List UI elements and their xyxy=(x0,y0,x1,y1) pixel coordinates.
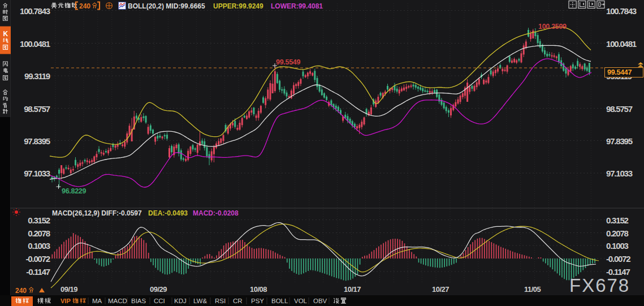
svg-text:BIAS: BIAS xyxy=(131,298,146,304)
svg-text:240: 240 xyxy=(79,2,90,10)
svg-text:UPPER:99.9249: UPPER:99.9249 xyxy=(213,2,263,10)
svg-text:MACD:-0.0208: MACD:-0.0208 xyxy=(193,209,239,217)
svg-text:CR: CR xyxy=(233,298,243,304)
svg-text:MACD(26,12,9) DIFF:-0.0597: MACD(26,12,9) DIFF:-0.0597 xyxy=(52,209,142,217)
svg-text:OBV: OBV xyxy=(313,298,327,304)
svg-text:BOLL: BOLL xyxy=(271,298,288,304)
svg-text:KDJ: KDJ xyxy=(174,298,187,304)
svg-text:MA: MA xyxy=(92,298,102,304)
svg-text:LOWER:99.4081: LOWER:99.4081 xyxy=(271,2,323,10)
svg-text:CCI: CCI xyxy=(154,298,165,304)
svg-text:240: 240 xyxy=(15,287,27,295)
svg-text:LW&: LW& xyxy=(193,298,207,304)
svg-text:BOLL(20,2) MID:99.6665: BOLL(20,2) MID:99.6665 xyxy=(128,2,205,10)
svg-text:RSI: RSI xyxy=(215,298,226,304)
svg-text:PSY: PSY xyxy=(251,298,264,304)
svg-text:DEA:-0.0493: DEA:-0.0493 xyxy=(148,209,188,217)
svg-text:MACD: MACD xyxy=(108,298,127,304)
svg-text:VOL: VOL xyxy=(294,298,308,304)
svg-text:VIP: VIP xyxy=(60,298,71,304)
